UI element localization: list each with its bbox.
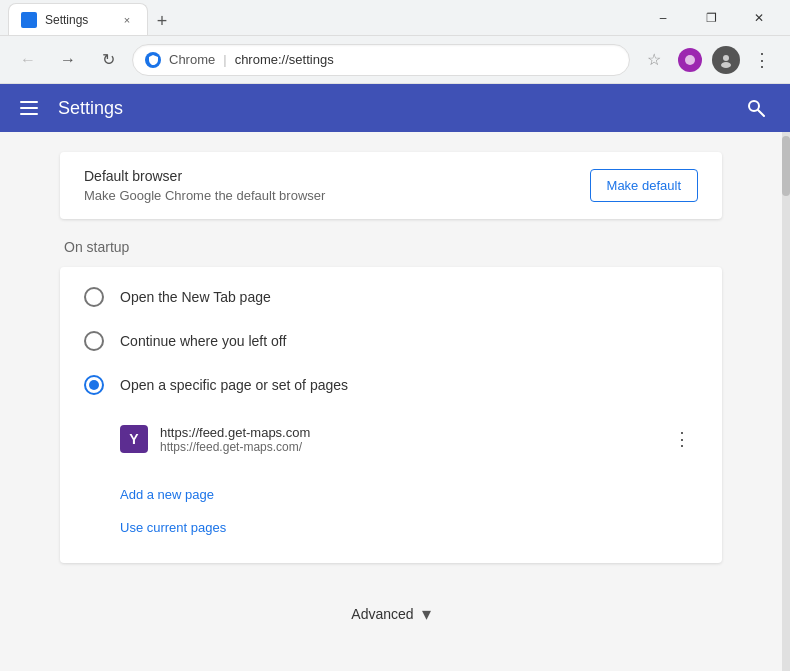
extension-icon: [678, 48, 702, 72]
reload-button[interactable]: ↻: [92, 44, 124, 76]
radio-option-specific[interactable]: Open a specific page or set of pages: [60, 363, 722, 407]
security-icon: [145, 52, 161, 68]
radio-label-new-tab: Open the New Tab page: [120, 289, 271, 305]
advanced-section: Advanced ▾: [60, 583, 722, 645]
content-area: Default browser Make Google Chrome the d…: [0, 132, 782, 671]
window-controls: – ❐ ✕: [640, 0, 782, 36]
tab-close-button[interactable]: ×: [119, 12, 135, 28]
url-site-text: Chrome: [169, 52, 215, 67]
chrome-menu-button[interactable]: ⋮: [746, 44, 778, 76]
menu-dots-icon: ⋮: [753, 49, 771, 71]
forward-button[interactable]: →: [52, 44, 84, 76]
url-path-text: chrome://settings: [235, 52, 334, 67]
avatar-icon: [712, 46, 740, 74]
tab-title: Settings: [45, 13, 88, 27]
scrollbar-thumb[interactable]: [782, 136, 790, 196]
hamburger-line-1: [20, 101, 38, 103]
page-item: Y https://feed.get-maps.com https://feed…: [120, 415, 698, 463]
radio-circle-specific: [84, 375, 104, 395]
hamburger-menu-button[interactable]: [16, 97, 42, 119]
maximize-button[interactable]: ❐: [688, 0, 734, 36]
page-url-main: https://feed.get-maps.com: [160, 425, 654, 440]
on-startup-section-title: On startup: [60, 239, 722, 255]
url-bar[interactable]: Chrome | chrome://settings: [132, 44, 630, 76]
svg-line-4: [758, 110, 764, 116]
bookmark-button[interactable]: ☆: [638, 44, 670, 76]
use-current-pages-button[interactable]: Use current pages: [120, 512, 698, 543]
hamburger-line-3: [20, 113, 38, 115]
title-bar: Settings × + – ❐ ✕: [0, 0, 790, 36]
main-content: Default browser Make Google Chrome the d…: [0, 132, 790, 671]
minimize-button[interactable]: –: [640, 0, 686, 36]
add-new-page-button[interactable]: Add a new page: [120, 479, 698, 510]
page-favicon: Y: [120, 425, 148, 453]
address-actions: ☆ ⋮: [638, 44, 778, 76]
settings-tab[interactable]: Settings ×: [8, 3, 148, 35]
radio-label-continue: Continue where you left off: [120, 333, 286, 349]
address-bar: ← → ↻ Chrome | chrome://settings ☆ ⋮: [0, 36, 790, 84]
tab-favicon: [21, 12, 37, 28]
default-browser-subtitle: Make Google Chrome the default browser: [84, 188, 325, 203]
scrollbar[interactable]: [782, 132, 790, 671]
radio-label-specific: Open a specific page or set of pages: [120, 377, 348, 393]
app-header: Settings: [0, 84, 790, 132]
svg-point-1: [723, 55, 729, 61]
header-search-button[interactable]: [738, 90, 774, 126]
default-browser-title: Default browser: [84, 168, 325, 184]
star-icon: ☆: [647, 50, 661, 69]
make-default-button[interactable]: Make default: [590, 169, 698, 202]
radio-option-continue[interactable]: Continue where you left off: [60, 319, 722, 363]
search-icon: [746, 98, 766, 118]
purple-extension-button[interactable]: [674, 44, 706, 76]
url-separator: |: [223, 52, 226, 67]
tab-group: Settings × +: [8, 0, 176, 35]
pages-list: Y https://feed.get-maps.com https://feed…: [60, 407, 722, 471]
startup-card: Open the New Tab page Continue where you…: [60, 267, 722, 563]
svg-point-0: [685, 55, 695, 65]
profile-button[interactable]: [710, 44, 742, 76]
svg-point-2: [721, 62, 731, 68]
close-button[interactable]: ✕: [736, 0, 782, 36]
page-url-sub: https://feed.get-maps.com/: [160, 440, 654, 454]
default-browser-card: Default browser Make Google Chrome the d…: [60, 152, 722, 219]
action-links: Add a new page Use current pages: [60, 471, 722, 555]
page-more-button[interactable]: ⋮: [666, 423, 698, 455]
radio-circle-continue: [84, 331, 104, 351]
radio-inner-specific: [89, 380, 99, 390]
radio-circle-new-tab: [84, 287, 104, 307]
chevron-down-icon: ▾: [422, 603, 431, 625]
app-title: Settings: [58, 98, 722, 119]
default-browser-info: Default browser Make Google Chrome the d…: [84, 168, 325, 203]
page-favicon-letter: Y: [129, 431, 138, 447]
page-url: https://feed.get-maps.com https://feed.g…: [160, 425, 654, 454]
hamburger-line-2: [20, 107, 38, 109]
radio-option-new-tab[interactable]: Open the New Tab page: [60, 275, 722, 319]
new-tab-button[interactable]: +: [148, 7, 176, 35]
back-button[interactable]: ←: [12, 44, 44, 76]
advanced-label: Advanced: [351, 606, 413, 622]
